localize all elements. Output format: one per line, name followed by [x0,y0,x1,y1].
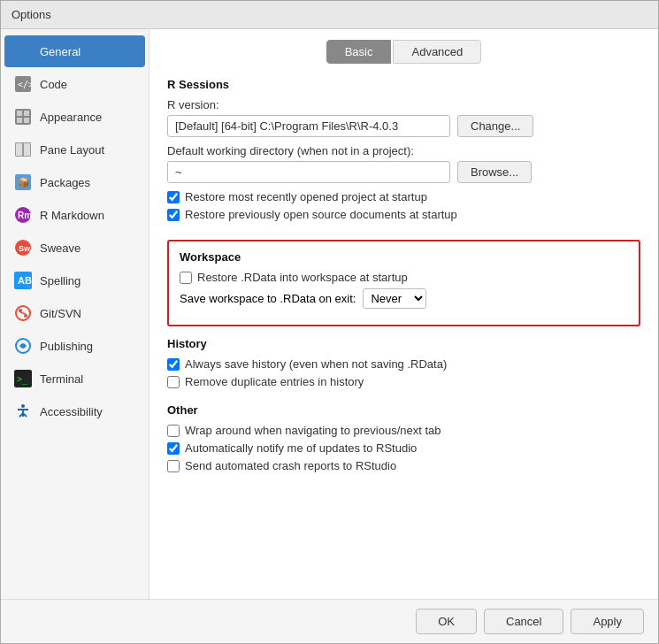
sidebar-label-general: General [40,45,80,58]
save-workspace-row: Save workspace to .RData on exit: Ask Al… [180,288,628,309]
accessibility-icon [13,402,33,421]
wrap-around-checkbox[interactable] [167,425,180,437]
restore-project-checkbox[interactable] [167,191,180,203]
always-save-history-row: Always save history (even when not savin… [167,357,640,371]
sidebar-label-spelling: Spelling [40,274,80,288]
svg-text:ABC: ABC [18,275,32,286]
r-icon: R [13,42,33,61]
sidebar-item-code[interactable]: </> Code [4,68,145,100]
sidebar-label-sweave: Sweave [40,242,80,255]
other-section: Other Wrap around when navigating to pre… [167,403,640,477]
sidebar-label-publishing: Publishing [40,340,93,353]
save-workspace-dropdown[interactable]: Ask Always Never [363,288,426,309]
r-sessions-section: R Sessions R version: Change... Default … [167,78,640,226]
svg-rect-3 [17,111,22,116]
sidebar-item-publishing[interactable]: Publishing [4,330,145,362]
cancel-button[interactable]: Cancel [484,609,563,634]
restore-rdata-checkbox[interactable] [180,272,192,284]
working-dir-row: Browse... [167,161,640,183]
workspace-section: Workspace Restore .RData into workspace … [167,240,640,326]
title-bar: Options [1,1,658,29]
restore-rdata-label: Restore .RData into workspace at startup [197,271,408,284]
r-version-label: R version: [167,98,640,111]
sidebar-item-general[interactable]: R General [4,35,145,67]
spelling-icon: ABC [13,271,33,290]
sidebar-item-rmarkdown[interactable]: Rmd R Markdown [4,199,145,231]
change-button[interactable]: Change... [457,115,533,137]
send-crash-checkbox[interactable] [167,460,180,472]
apply-button[interactable]: Apply [571,609,644,634]
restore-project-row: Restore most recently opened project at … [167,190,640,203]
dialog-footer: OK Cancel Apply [1,599,658,643]
svg-point-20 [24,314,27,318]
pane-layout-icon [13,140,33,159]
svg-rect-8 [16,143,22,156]
sidebar-item-spelling[interactable]: ABC Spelling [4,264,145,296]
svg-rect-5 [17,118,22,123]
sidebar-item-terminal[interactable]: >_ Terminal [4,363,145,395]
remove-duplicates-checkbox[interactable] [167,376,180,388]
svg-text:</>: </> [18,80,31,89]
other-title: Other [167,403,640,417]
sidebar: R General </> Code Appearance [1,29,149,599]
sidebar-label-packages: Packages [40,176,90,189]
sidebar-label-code: Code [40,78,67,91]
sidebar-label-appearance: Appearance [40,111,102,124]
ok-button[interactable]: OK [416,609,477,634]
remove-duplicates-row: Remove duplicate entries in history [167,375,640,388]
svg-text:Rmd: Rmd [18,211,32,220]
dialog-body: R General </> Code Appearance [1,29,658,599]
save-workspace-label: Save workspace to .RData on exit: [180,292,356,305]
svg-line-21 [20,312,26,314]
sidebar-item-packages[interactable]: 📦 Packages [4,166,145,198]
restore-source-row: Restore previously open source documents… [167,208,640,221]
git-icon [13,303,33,323]
auto-notify-checkbox[interactable] [167,442,180,455]
svg-rect-6 [24,118,29,123]
r-version-row: Change... [167,115,640,137]
sidebar-label-terminal: Terminal [40,372,83,386]
sidebar-item-sweave[interactable]: Sw Sweave [4,232,145,264]
publishing-icon [13,336,33,356]
main-content: Basic Advanced R Sessions R version: Cha… [149,29,658,599]
workspace-title: Workspace [180,250,628,264]
wrap-around-row: Wrap around when navigating to previous/… [167,424,640,437]
restore-source-label: Restore previously open source documents… [185,208,457,221]
auto-notify-label: Automatically notify me of updates to RS… [185,441,417,455]
sidebar-item-gitsvn[interactable]: Git/SVN [4,297,145,329]
restore-project-label: Restore most recently opened project at … [185,190,427,203]
history-title: History [167,337,640,350]
rmd-icon: Rmd [13,205,33,225]
send-crash-label: Send automated crash reports to RStudio [185,459,396,472]
working-dir-input[interactable] [167,161,450,183]
dialog-title: Options [11,8,51,21]
svg-point-19 [19,309,22,312]
appearance-icon [13,107,33,126]
always-save-history-checkbox[interactable] [167,358,180,371]
always-save-history-label: Always save history (even when not savin… [185,357,447,371]
sidebar-label-gitsvn: Git/SVN [40,307,81,320]
svg-text:Sw: Sw [19,244,31,253]
sidebar-label-rmarkdown: R Markdown [40,209,104,222]
r-sessions-title: R Sessions [167,78,640,91]
auto-notify-row: Automatically notify me of updates to RS… [167,441,640,455]
r-version-input[interactable] [167,115,450,137]
svg-rect-4 [24,111,29,116]
sidebar-item-accessibility[interactable]: Accessibility [4,395,145,427]
svg-text:>_: >_ [17,374,28,385]
tab-basic[interactable]: Basic [326,40,392,64]
sidebar-item-appearance[interactable]: Appearance [4,101,145,133]
tabs-row: Basic Advanced [326,40,482,64]
wrap-around-label: Wrap around when navigating to previous/… [185,424,441,437]
svg-text:📦: 📦 [18,176,30,188]
tab-advanced[interactable]: Advanced [393,40,481,64]
remove-duplicates-label: Remove duplicate entries in history [185,375,364,388]
browse-button[interactable]: Browse... [457,161,532,183]
restore-source-checkbox[interactable] [167,209,180,221]
sweave-icon: Sw [13,238,33,257]
sidebar-label-pane-layout: Pane Layout [40,143,104,157]
restore-rdata-row: Restore .RData into workspace at startup [180,271,628,284]
svg-point-25 [21,404,25,408]
options-dialog: Options R General </> Code Appearance [0,0,659,644]
sidebar-item-pane-layout[interactable]: Pane Layout [4,134,145,165]
